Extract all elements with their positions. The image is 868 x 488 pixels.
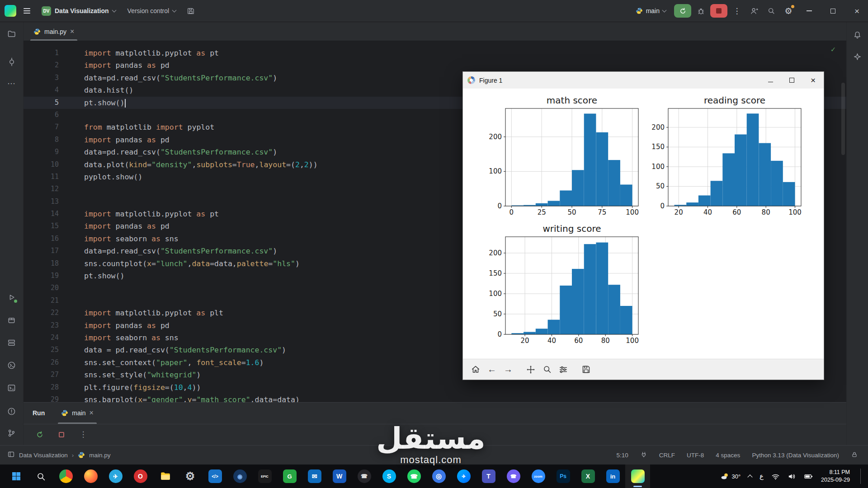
- figure-titlebar[interactable]: Figure 1 ×: [463, 72, 824, 89]
- taskbar-app-start[interactable]: [4, 465, 28, 488]
- editor-scrollbar[interactable]: [841, 83, 845, 155]
- taskbar-app-firefox[interactable]: [78, 465, 103, 488]
- run-tab-main[interactable]: main ×: [57, 403, 98, 424]
- breadcrumb-file[interactable]: main.py: [89, 452, 110, 459]
- run-panel-title[interactable]: Run: [33, 403, 45, 424]
- taskbar-app-whatsapp[interactable]: ☎: [401, 465, 426, 488]
- back-button[interactable]: ←: [485, 362, 499, 377]
- home-button[interactable]: [468, 362, 483, 377]
- window-minimize-button[interactable]: [798, 0, 820, 22]
- lock-icon[interactable]: [851, 451, 858, 460]
- taskbar-app-chrome[interactable]: [53, 465, 78, 488]
- inspection-ok-icon[interactable]: ✓: [831, 45, 835, 54]
- forward-button[interactable]: →: [501, 362, 515, 377]
- project-widget[interactable]: DV Data Visualization: [37, 3, 120, 19]
- taskbar-app-epic-games[interactable]: EPIC: [252, 465, 277, 488]
- debug-button[interactable]: [693, 3, 708, 19]
- window-close-button[interactable]: ×: [846, 0, 868, 22]
- indent-selector[interactable]: 4 spaces: [716, 452, 740, 459]
- subplot-title: math score: [505, 95, 638, 106]
- tool-window-layout-button[interactable]: [7, 450, 15, 460]
- version-control-tool-button[interactable]: [3, 424, 21, 442]
- show-desktop-button[interactable]: [860, 469, 863, 484]
- figure-title: Figure 1: [479, 77, 502, 84]
- taskbar-app-linkedin[interactable]: in: [600, 465, 625, 488]
- taskbar-app-teams[interactable]: T: [476, 465, 501, 488]
- taskbar-app-vscode[interactable]: </>: [203, 465, 227, 488]
- stop-process-button[interactable]: [55, 428, 68, 441]
- python-packages-tool-button[interactable]: [3, 311, 21, 329]
- window-maximize-button[interactable]: [822, 0, 844, 22]
- taskbar-app-excel[interactable]: X: [576, 465, 600, 488]
- taskbar-app-pycharm[interactable]: [625, 465, 650, 488]
- taskbar-app-settings[interactable]: ⚙: [178, 465, 203, 488]
- commit-tool-button[interactable]: [3, 53, 21, 71]
- services-tool-button[interactable]: [3, 333, 21, 352]
- taskbar-app-zoom[interactable]: zoom: [526, 465, 551, 488]
- weather-widget[interactable]: 30°: [720, 472, 741, 481]
- notifications-button[interactable]: [849, 26, 867, 44]
- run-more-options-button[interactable]: ⋮: [77, 428, 90, 441]
- figure-close-button[interactable]: ×: [802, 72, 824, 89]
- more-actions-button[interactable]: ⋮: [729, 3, 745, 19]
- language-indicator[interactable]: ع: [760, 472, 764, 480]
- rerun-icon: [36, 431, 44, 439]
- configure-subplots-button[interactable]: [556, 362, 571, 377]
- taskbar-app-camera[interactable]: ◎: [426, 465, 451, 488]
- line-number: 20: [24, 282, 63, 294]
- rerun-main-button[interactable]: [33, 428, 46, 441]
- run-tool-button[interactable]: [3, 288, 21, 306]
- problems-tool-button[interactable]: [3, 402, 21, 420]
- stop-button[interactable]: [710, 4, 727, 18]
- run-configuration-widget[interactable]: main: [633, 7, 669, 14]
- taskbar-app-word[interactable]: W: [327, 465, 352, 488]
- code-with-me-button[interactable]: [746, 3, 762, 19]
- settings-button[interactable]: ⚙: [781, 3, 796, 19]
- taskbar-app-search[interactable]: [28, 465, 53, 488]
- pan-button[interactable]: [524, 362, 538, 377]
- search-everywhere-button[interactable]: [764, 3, 779, 19]
- project-tool-button[interactable]: [3, 25, 21, 43]
- taskbar-app-outlook[interactable]: ✉: [302, 465, 327, 488]
- system-tray: 30° ع 8:11 PM 2025-09-29: [720, 469, 868, 484]
- rerun-button[interactable]: [674, 4, 691, 18]
- figure-maximize-button[interactable]: [781, 72, 802, 89]
- taskbar-app-phone-link[interactable]: ☎: [352, 465, 377, 488]
- volume-icon[interactable]: [788, 472, 796, 481]
- battery-icon[interactable]: [804, 472, 813, 481]
- save-all-button[interactable]: [183, 3, 198, 19]
- zoom-button[interactable]: [540, 362, 554, 377]
- taskbar-app-viber[interactable]: ☎: [501, 465, 526, 488]
- main-menu-icon[interactable]: [19, 3, 34, 19]
- editor-tab-main-py[interactable]: main.py ×: [28, 22, 80, 41]
- figure-minimize-button[interactable]: [760, 72, 781, 89]
- terminal-tool-button[interactable]: [3, 379, 21, 397]
- more-tool-windows-button[interactable]: ⋯: [3, 75, 21, 93]
- wifi-icon[interactable]: [771, 472, 780, 481]
- figure-window[interactable]: Figure 1 × math score 02550751000100200 …: [462, 71, 824, 380]
- taskbar-app-photos-app[interactable]: ◉: [227, 465, 252, 488]
- save-figure-button[interactable]: [579, 362, 593, 377]
- taskbar-app-opera[interactable]: O: [128, 465, 153, 488]
- python-console-tool-button[interactable]: [3, 356, 21, 374]
- ai-assistant-button[interactable]: [849, 47, 867, 66]
- math-score-histogram: 02550751000100200: [480, 106, 643, 218]
- breadcrumb-project[interactable]: Data Visualization: [19, 452, 68, 459]
- taskbar-app-greenshot[interactable]: G: [277, 465, 302, 488]
- taskbar-clock[interactable]: 8:11 PM 2025-09-29: [821, 469, 850, 484]
- hidden-icons-chevron[interactable]: [747, 474, 752, 479]
- version-control-widget[interactable]: Version control: [123, 3, 181, 19]
- taskbar-app-skype[interactable]: S: [377, 465, 401, 488]
- caret-position[interactable]: 5:10: [617, 452, 628, 459]
- encoding-selector[interactable]: UTF-8: [687, 452, 704, 459]
- taskbar-app-telegram[interactable]: ✈: [103, 465, 128, 488]
- close-tab-icon[interactable]: ×: [70, 28, 74, 35]
- status-plug-icon[interactable]: [640, 451, 647, 460]
- taskbar-app-messenger[interactable]: ✈: [451, 465, 476, 488]
- line-ending-selector[interactable]: CRLF: [659, 452, 675, 459]
- taskbar-app-photoshop[interactable]: Ps: [551, 465, 576, 488]
- interpreter-selector[interactable]: Python 3.13 (Data Visualization): [752, 452, 839, 459]
- svg-text:0: 0: [497, 330, 502, 338]
- close-tab-icon[interactable]: ×: [90, 409, 94, 417]
- taskbar-app-file-explorer[interactable]: [153, 465, 178, 488]
